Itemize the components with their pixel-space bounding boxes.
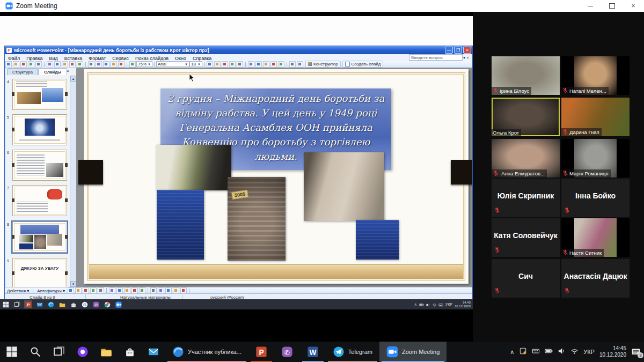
- notification-center-icon[interactable]: 3: [631, 347, 641, 357]
- participant-tile[interactable]: Настя Ситник: [561, 218, 630, 257]
- pane-close-icon[interactable]: ×: [67, 69, 69, 73]
- tray-action-center-icon[interactable]: [519, 347, 527, 357]
- scroll-down-icon[interactable]: ▼: [70, 281, 76, 287]
- toolbar-spelling-icon[interactable]: [54, 61, 61, 68]
- taskbar-word-window-button[interactable]: W: [300, 342, 326, 362]
- tray-chevron-icon[interactable]: ∧: [510, 349, 514, 356]
- slide-thumbnail-9[interactable]: ДЯКУЮ ЗА УВАГУ: [12, 258, 67, 289]
- toolbar-undo-icon[interactable]: [103, 61, 109, 68]
- inner-clock[interactable]: 14:4510.12.2020: [455, 301, 471, 308]
- tray-battery-icon[interactable]: [545, 347, 553, 357]
- zoom-level-select[interactable]: 75%▼: [136, 61, 152, 67]
- inner-taskbar-powerpoint-icon[interactable]: P: [24, 300, 32, 308]
- taskbar-browser-window-button[interactable]: Участник публика...: [165, 342, 248, 362]
- inner-tray-touch-keyboard-icon[interactable]: [438, 300, 443, 309]
- new-slide-button[interactable]: Создать слайд: [342, 61, 384, 68]
- ppt-minimize-button[interactable]: —: [445, 47, 453, 54]
- toolbar-open-icon[interactable]: [13, 61, 19, 68]
- toolbar-save-icon[interactable]: [20, 61, 27, 68]
- participant-tile[interactable]: Наталі Мелен...: [561, 56, 630, 95]
- format-align-left-icon[interactable]: [237, 61, 243, 68]
- autoshapes-menu[interactable]: Автофигуры ▾: [37, 289, 65, 293]
- toolbar-paste-icon[interactable]: [88, 61, 94, 68]
- scroll-up-icon[interactable]: ▲: [70, 76, 76, 82]
- taskbar-mail-button[interactable]: [142, 342, 165, 362]
- slide-thumbnail-4[interactable]: [12, 79, 67, 110]
- participant-tile[interactable]: Анастасія Дацюк: [561, 259, 630, 298]
- inner-tray-battery-icon[interactable]: [419, 300, 424, 309]
- taskbar-explorer-button[interactable]: [94, 342, 118, 362]
- inner-taskbar-zoom-icon[interactable]: [114, 300, 122, 308]
- font-name-select[interactable]: Arial▼: [156, 61, 189, 67]
- inner-taskbar-edge-icon[interactable]: [47, 300, 55, 308]
- inner-taskbar-start-icon[interactable]: [2, 300, 10, 308]
- taskbar-alice-button[interactable]: [71, 342, 94, 362]
- ppt-close-button[interactable]: ×: [463, 47, 471, 54]
- participant-tile[interactable]: Юлія Скрипник: [492, 179, 560, 217]
- slide-canvas[interactable]: 2 грудня – Міжнародний день боротьби за …: [84, 69, 469, 284]
- participant-tile[interactable]: Ольга Крот: [492, 98, 560, 136]
- image-gagged-woman[interactable]: [304, 152, 384, 221]
- slide-thumbnail-6[interactable]: [12, 150, 67, 181]
- inner-taskbar-task-view-icon[interactable]: [13, 300, 21, 308]
- format-increase-font-icon[interactable]: [278, 61, 284, 68]
- tray-speaker-icon[interactable]: [558, 347, 566, 357]
- participant-tile[interactable]: Дарина Гнап: [561, 98, 630, 136]
- taskbar-telegram-window-button[interactable]: Telegram: [326, 342, 379, 362]
- toolbar-redo-icon[interactable]: [111, 61, 117, 68]
- tab-slides[interactable]: Слайды: [38, 68, 67, 75]
- taskbar-viber-window-button[interactable]: ✆: [274, 342, 300, 362]
- toolbar-print-icon[interactable]: [35, 61, 42, 68]
- taskbar-start-button[interactable]: [0, 342, 24, 362]
- participant-tile[interactable]: Інна Бойко: [561, 179, 630, 217]
- slide-thumbnail-5[interactable]: [12, 114, 67, 145]
- inner-taskbar-chrome-icon[interactable]: [103, 300, 111, 308]
- format-align-right-icon[interactable]: [255, 61, 262, 68]
- inner-taskbar-viber-icon[interactable]: ✆: [92, 300, 100, 308]
- taskbar-clock[interactable]: 14:4510.12.2020: [599, 345, 626, 358]
- font-size-select[interactable]: 18▼: [189, 61, 202, 67]
- image-money-handcuffs[interactable]: [156, 145, 231, 190]
- language-input-indicator[interactable]: УКР: [583, 349, 595, 355]
- inner-taskbar-google-icon[interactable]: G: [80, 300, 89, 308]
- inner-tray-speaker-icon[interactable]: [426, 300, 430, 309]
- toolbar-insert-table-icon[interactable]: [129, 61, 136, 68]
- toolbar-format-painter-icon[interactable]: [96, 61, 102, 68]
- doc-close-icon[interactable]: ▾ ×: [463, 55, 469, 60]
- ppt-maximize-button[interactable]: ❐: [454, 47, 462, 54]
- help-question-input[interactable]: [409, 54, 463, 61]
- inner-tray-wifi-icon[interactable]: [432, 300, 437, 309]
- participant-tile[interactable]: Ірина Білоус: [492, 56, 560, 95]
- format-align-center-icon[interactable]: [248, 61, 254, 68]
- image-crying-girl[interactable]: 500$: [228, 177, 286, 261]
- taskbar-zoom-window-button[interactable]: Zoom Meeting: [379, 342, 447, 362]
- toolbar-new-icon[interactable]: [5, 61, 12, 68]
- slide-thumbnail-8[interactable]: [12, 221, 67, 253]
- format-italic-icon[interactable]: [214, 61, 221, 68]
- taskbar-task-view-button[interactable]: [47, 342, 71, 362]
- format-decrease-font-icon[interactable]: [289, 61, 296, 68]
- inner-taskbar-store-icon[interactable]: [69, 300, 77, 308]
- inner-taskbar-folder-icon[interactable]: [58, 300, 66, 308]
- toolbar-cut-icon[interactable]: [69, 61, 76, 68]
- participant-tile[interactable]: Сич: [492, 259, 560, 298]
- participant-tile[interactable]: -Анна Елмуратов...: [492, 139, 560, 178]
- taskbar-powerpoint-window-button[interactable]: P: [248, 342, 274, 362]
- inner-tray-chevron-icon[interactable]: ∧: [414, 302, 417, 307]
- toolbar-copy-icon[interactable]: [77, 61, 83, 68]
- tray-touch-keyboard-icon[interactable]: [532, 347, 540, 357]
- minimize-button[interactable]: [580, 0, 601, 12]
- toolbar-research-icon[interactable]: [62, 61, 68, 68]
- format-font-color-icon[interactable]: [297, 61, 303, 68]
- format-bullets-icon[interactable]: [270, 61, 277, 68]
- format-bold-icon[interactable]: [207, 61, 213, 68]
- taskbar-store-button[interactable]: [118, 342, 142, 362]
- toolbar-email-icon[interactable]: [28, 61, 34, 68]
- participant-tile[interactable]: Катя Соловейчук: [492, 218, 560, 257]
- close-button[interactable]: ×: [623, 0, 644, 12]
- pane-scrollbar[interactable]: ▲ ▼: [70, 76, 76, 287]
- actions-menu[interactable]: Действия ▾: [7, 289, 29, 293]
- format-shadow-icon[interactable]: [229, 61, 236, 68]
- tray-wifi-icon[interactable]: [570, 347, 579, 357]
- restore-button[interactable]: [601, 0, 623, 12]
